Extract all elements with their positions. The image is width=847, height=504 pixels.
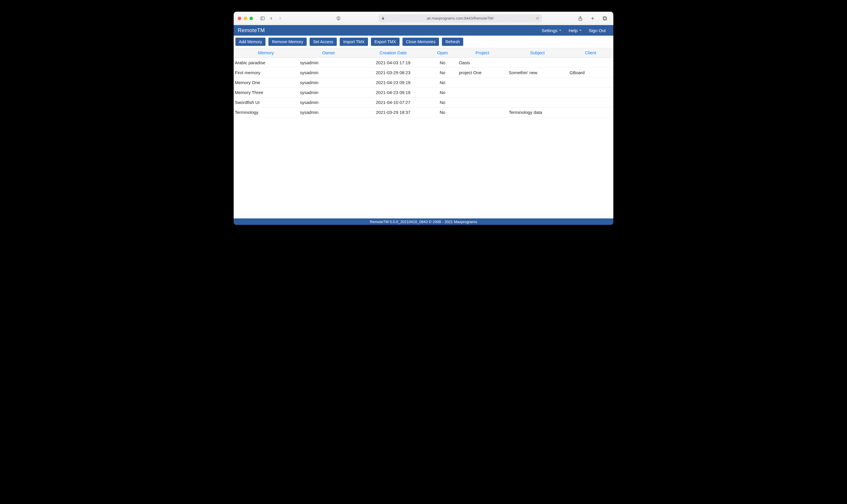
memory-grid: Memory Owner Creation Date Open Project …	[234, 48, 613, 218]
cell-project	[458, 107, 507, 117]
col-memory-header[interactable]: Memory	[234, 48, 298, 57]
cell-owner: sysadmin	[298, 68, 359, 77]
browser-window: air.maxprograms.com:8443/RemoteTM/ Remot…	[234, 12, 613, 225]
remove-memory-button[interactable]: Remove Memory	[268, 38, 307, 46]
cell-creation-date: 2021-04-23 09:19	[359, 87, 427, 97]
cell-project	[458, 97, 507, 107]
refresh-button[interactable]: Refresh	[442, 38, 463, 46]
sidebar-icon[interactable]	[259, 15, 266, 22]
cell-creation-date: 2021-03-29 18:37	[359, 107, 427, 117]
reload-icon[interactable]	[536, 17, 539, 20]
sign-out-label: Sign Out	[589, 28, 606, 33]
privacy-shield-icon[interactable]	[335, 15, 342, 22]
cell-project: project One	[458, 68, 507, 77]
cell-open: No	[427, 57, 458, 68]
back-button[interactable]	[268, 15, 274, 22]
url-text: air.maxprograms.com:8443/RemoteTM/	[386, 16, 534, 20]
svg-rect-6	[604, 17, 607, 20]
new-tab-icon[interactable]	[589, 15, 596, 22]
close-window-button[interactable]	[238, 17, 241, 20]
settings-menu[interactable]: Settings	[538, 25, 565, 36]
col-client-header[interactable]: Client	[568, 48, 613, 57]
close-memories-button[interactable]: Close Memories	[402, 38, 439, 46]
export-tmx-button[interactable]: Export TMX	[371, 38, 399, 46]
cell-subject	[507, 77, 568, 87]
cell-memory: Arabic paradise	[234, 57, 298, 68]
table-header-row: Memory Owner Creation Date Open Project …	[234, 48, 613, 57]
cell-project	[458, 77, 507, 87]
cell-subject	[507, 57, 568, 68]
browser-titlebar: air.maxprograms.com:8443/RemoteTM/	[234, 12, 613, 25]
settings-menu-label: Settings	[542, 28, 558, 33]
cell-open: No	[427, 87, 458, 97]
cell-subject	[507, 97, 568, 107]
cell-owner: sysadmin	[298, 107, 359, 117]
svg-marker-9	[579, 30, 581, 31]
cell-project: Oasis	[458, 57, 507, 68]
table-row[interactable]: First memorysysadmin2021-03-29 08:23Nopr…	[234, 68, 613, 77]
help-menu[interactable]: Help	[565, 25, 585, 36]
svg-rect-7	[603, 17, 606, 20]
cell-memory: Terminology	[234, 107, 298, 117]
cell-memory: Memory One	[234, 77, 298, 87]
cell-owner: sysadmin	[298, 57, 359, 68]
sign-out-button[interactable]: Sign Out	[585, 25, 609, 36]
chevron-down-icon	[559, 29, 562, 32]
cell-subject: Terminology data	[507, 107, 568, 117]
cell-creation-date: 2021-04-03 17:19	[359, 57, 427, 68]
window-controls	[238, 17, 253, 20]
app-header: RemoteTM Settings Help Sign Out	[234, 25, 613, 36]
cell-creation-date: 2021-03-29 08:23	[359, 68, 427, 77]
cell-client: GBoard	[568, 68, 613, 77]
cell-open: No	[427, 77, 458, 87]
footer-text: RemoteTM 5.0.0_20210410_0843 © 2008 - 20…	[370, 220, 477, 224]
memory-table: Memory Owner Creation Date Open Project …	[234, 48, 613, 118]
lock-icon	[381, 17, 385, 20]
cell-creation-date: 2021-04-10 07:27	[359, 97, 427, 107]
cell-open: No	[427, 68, 458, 77]
add-memory-button[interactable]: Add Memory	[235, 38, 266, 46]
col-open-header[interactable]: Open	[427, 48, 458, 57]
cell-open: No	[427, 97, 458, 107]
table-row[interactable]: Arabic paradisesysadmin2021-04-03 17:19N…	[234, 57, 613, 68]
cell-client	[568, 97, 613, 107]
maximize-window-button[interactable]	[249, 17, 253, 20]
cell-memory: Memory Three	[234, 87, 298, 97]
cell-owner: sysadmin	[298, 97, 359, 107]
set-access-button[interactable]: Set Access	[310, 38, 337, 46]
cell-client	[568, 87, 613, 97]
cell-owner: sysadmin	[298, 87, 359, 97]
table-row[interactable]: Memory Threesysadmin2021-04-23 09:19No	[234, 87, 613, 97]
col-project-header[interactable]: Project	[458, 48, 507, 57]
col-owner-header[interactable]: Owner	[298, 48, 359, 57]
cell-memory: Swordfish UI	[234, 97, 298, 107]
col-subject-header[interactable]: Subject	[507, 48, 568, 57]
cell-client	[568, 77, 613, 87]
table-row[interactable]: Swordfish UIsysadmin2021-04-10 07:27No	[234, 97, 613, 107]
cell-owner: sysadmin	[298, 77, 359, 87]
app-title: RemoteTM	[238, 28, 265, 34]
cell-memory: First memory	[234, 68, 298, 77]
import-tmx-button[interactable]: Import TMX	[340, 38, 368, 46]
svg-rect-0	[261, 17, 264, 20]
col-date-header[interactable]: Creation Date	[359, 48, 427, 57]
share-icon[interactable]	[577, 15, 583, 22]
table-row[interactable]: Terminologysysadmin2021-03-29 18:37NoTer…	[234, 107, 613, 117]
cell-subject	[507, 87, 568, 97]
address-bar[interactable]: air.maxprograms.com:8443/RemoteTM/	[379, 14, 542, 22]
toolbar: Add Memory Remove Memory Set Access Impo…	[234, 36, 613, 48]
tabs-overview-icon[interactable]	[602, 15, 608, 22]
cell-client	[568, 107, 613, 117]
minimize-window-button[interactable]	[244, 17, 247, 20]
help-menu-label: Help	[569, 28, 578, 33]
cell-client	[568, 57, 613, 68]
cell-creation-date: 2021-04-23 09:19	[359, 77, 427, 87]
cell-open: No	[427, 107, 458, 117]
chevron-down-icon	[579, 29, 582, 32]
cell-subject: Somethin' new	[507, 68, 568, 77]
svg-marker-8	[559, 30, 561, 31]
footer: RemoteTM 5.0.0_20210410_0843 © 2008 - 20…	[234, 218, 613, 225]
table-row[interactable]: Memory Onesysadmin2021-04-23 09:19No	[234, 77, 613, 87]
forward-button[interactable]	[277, 15, 283, 22]
cell-project	[458, 87, 507, 97]
